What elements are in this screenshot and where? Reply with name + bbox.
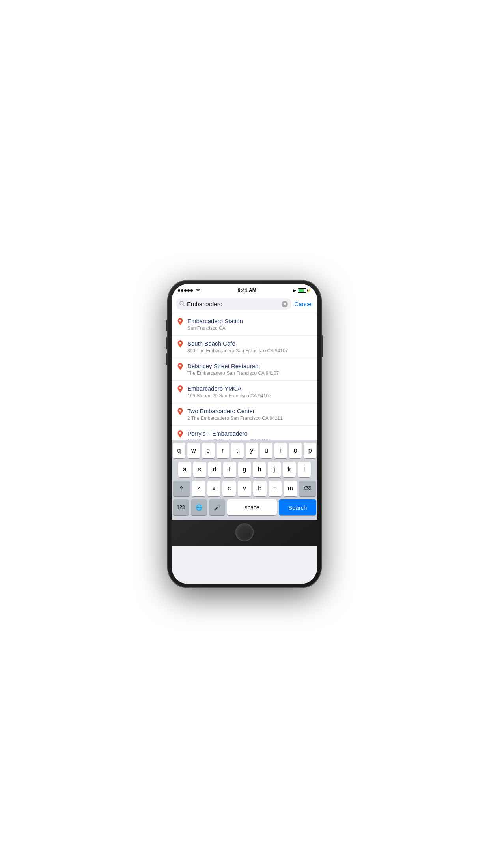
status-bar: 9:41 AM ▶ ⚡ bbox=[172, 284, 317, 295]
location-icon: ▶ bbox=[293, 288, 296, 292]
key-g[interactable]: g bbox=[238, 462, 251, 477]
result-name: Embarcadero YMCA bbox=[187, 385, 312, 393]
result-item[interactable]: Two Embarcadero Center 2 The Embarcadero… bbox=[172, 403, 317, 426]
delete-key[interactable]: ⌫ bbox=[299, 481, 316, 496]
svg-line-1 bbox=[183, 305, 185, 306]
key-q[interactable]: q bbox=[173, 443, 185, 458]
svg-point-4 bbox=[179, 365, 181, 367]
result-name: South Beach Cafe bbox=[187, 340, 312, 348]
key-t[interactable]: t bbox=[231, 443, 244, 458]
status-left bbox=[178, 288, 201, 293]
phone-device: 9:41 AM ▶ ⚡ bbox=[168, 280, 321, 588]
key-n[interactable]: n bbox=[269, 481, 282, 496]
status-right: ▶ ⚡ bbox=[293, 288, 311, 293]
key-y[interactable]: y bbox=[246, 443, 258, 458]
pin-icon bbox=[177, 430, 183, 440]
wifi-icon bbox=[195, 288, 201, 293]
signal-dot-1 bbox=[178, 289, 180, 292]
key-l[interactable]: l bbox=[298, 462, 311, 477]
pin-icon bbox=[177, 385, 183, 395]
result-text: Two Embarcadero Center 2 The Embarcadero… bbox=[187, 407, 312, 421]
status-time: 9:41 AM bbox=[238, 288, 256, 293]
result-text: Perry's – Embarcadero 155 Steuart St San… bbox=[187, 430, 312, 440]
result-address: 169 Steuart St San Francisco CA 94105 bbox=[187, 393, 312, 399]
result-item[interactable]: Perry's – Embarcadero 155 Steuart St San… bbox=[172, 426, 317, 440]
key-p[interactable]: p bbox=[304, 443, 316, 458]
phone-screen: 9:41 AM ▶ ⚡ bbox=[172, 284, 317, 584]
result-address: San Francisco CA bbox=[187, 326, 312, 332]
numbers-key[interactable]: 123 bbox=[173, 499, 189, 515]
key-i[interactable]: i bbox=[274, 443, 287, 458]
key-o[interactable]: o bbox=[289, 443, 302, 458]
shift-key[interactable]: ⇧ bbox=[173, 481, 190, 496]
key-x[interactable]: x bbox=[207, 481, 221, 496]
result-item[interactable]: South Beach Cafe 800 The Embarcadero San… bbox=[172, 336, 317, 358]
pin-icon bbox=[177, 340, 183, 350]
search-magnifier-icon bbox=[179, 301, 185, 307]
key-h[interactable]: h bbox=[253, 462, 266, 477]
pin-icon bbox=[177, 363, 183, 372]
result-text: South Beach Cafe 800 The Embarcadero San… bbox=[187, 340, 312, 354]
signal-dot-5 bbox=[190, 289, 193, 292]
keyboard-row-1: q w e r t y u i o p bbox=[173, 443, 316, 458]
home-button[interactable] bbox=[235, 523, 254, 541]
keyboard: q w e r t y u i o p a s d f g h j k l bbox=[172, 440, 317, 520]
clear-search-button[interactable] bbox=[282, 301, 288, 307]
battery-fill bbox=[299, 289, 304, 292]
key-b[interactable]: b bbox=[253, 481, 267, 496]
svg-point-3 bbox=[179, 342, 181, 344]
home-button-area bbox=[172, 520, 317, 546]
svg-point-7 bbox=[179, 432, 181, 434]
result-item[interactable]: Embarcadero Station San Francisco CA bbox=[172, 313, 317, 336]
globe-key[interactable]: 🌐 bbox=[191, 499, 207, 515]
key-j[interactable]: j bbox=[268, 462, 281, 477]
key-a[interactable]: a bbox=[178, 462, 191, 477]
keyboard-row-2: a s d f g h j k l bbox=[173, 462, 316, 477]
svg-point-2 bbox=[179, 320, 181, 322]
search-input[interactable] bbox=[187, 301, 279, 307]
key-d[interactable]: d bbox=[208, 462, 221, 477]
keyboard-row-bottom: 123 🌐 🎤 space Search bbox=[173, 499, 316, 515]
svg-point-6 bbox=[179, 410, 181, 412]
result-name: Delancey Street Restaurant bbox=[187, 362, 312, 370]
signal-dot-2 bbox=[181, 289, 183, 292]
key-f[interactable]: f bbox=[223, 462, 236, 477]
key-w[interactable]: w bbox=[187, 443, 200, 458]
search-key[interactable]: Search bbox=[279, 499, 316, 515]
result-address: 800 The Embarcadero San Francisco CA 941… bbox=[187, 348, 312, 354]
pin-icon bbox=[177, 408, 183, 417]
key-r[interactable]: r bbox=[217, 443, 229, 458]
result-text: Delancey Street Restaurant The Embarcade… bbox=[187, 362, 312, 376]
key-c[interactable]: c bbox=[222, 481, 236, 496]
search-results-list: Embarcadero Station San Francisco CA Sou… bbox=[172, 313, 317, 440]
result-name: Embarcadero Station bbox=[187, 317, 312, 325]
result-text: Embarcadero YMCA 169 Steuart St San Fran… bbox=[187, 385, 312, 399]
result-text: Embarcadero Station San Francisco CA bbox=[187, 317, 312, 331]
battery-shell bbox=[298, 288, 306, 293]
result-name: Two Embarcadero Center bbox=[187, 407, 312, 415]
key-e[interactable]: e bbox=[202, 443, 215, 458]
battery-indicator: ⚡ bbox=[298, 288, 311, 293]
result-name: Perry's – Embarcadero bbox=[187, 430, 312, 438]
cancel-button[interactable]: Cancel bbox=[294, 301, 313, 307]
mic-key[interactable]: 🎤 bbox=[209, 499, 225, 515]
search-input-wrapper[interactable] bbox=[176, 298, 291, 310]
key-v[interactable]: v bbox=[238, 481, 251, 496]
result-address: 2 The Embarcadero San Francisco CA 94111 bbox=[187, 415, 312, 422]
svg-point-5 bbox=[179, 387, 181, 389]
key-z[interactable]: z bbox=[192, 481, 205, 496]
key-s[interactable]: s bbox=[193, 462, 206, 477]
key-k[interactable]: k bbox=[283, 462, 296, 477]
key-u[interactable]: u bbox=[260, 443, 272, 458]
signal-dot-3 bbox=[184, 289, 187, 292]
keyboard-row-3: ⇧ z x c v b n m ⌫ bbox=[173, 481, 316, 496]
key-m[interactable]: m bbox=[284, 481, 297, 496]
search-bar: Cancel bbox=[172, 295, 317, 313]
result-item[interactable]: Delancey Street Restaurant The Embarcade… bbox=[172, 358, 317, 381]
space-key[interactable]: space bbox=[227, 499, 277, 515]
result-address: The Embarcadero San Francisco CA 94107 bbox=[187, 370, 312, 377]
pin-icon bbox=[177, 318, 183, 327]
signal-dot-4 bbox=[187, 289, 190, 292]
result-item[interactable]: Embarcadero YMCA 169 Steuart St San Fran… bbox=[172, 381, 317, 403]
